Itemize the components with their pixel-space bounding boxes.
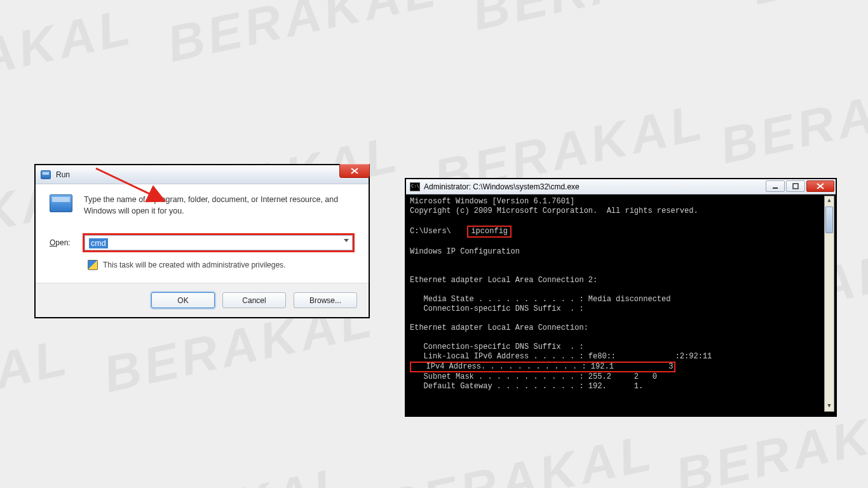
watermark-text: BERAKAL (73, 455, 355, 488)
watermark-text: BERAKAL (747, 0, 868, 17)
open-input-highlight: cmd (83, 233, 355, 252)
cmd-titlebar[interactable]: Administrator: C:\Windows\system32\cmd.e… (406, 179, 836, 194)
cmd-ipv4-highlight: IPv4 Address. . . . . . . . . . . : 192.… (410, 362, 675, 372)
cmd-line: Media State . . . . . . . . . . . : Medi… (410, 295, 670, 304)
scroll-thumb[interactable] (825, 207, 833, 233)
cmd-line: Connection-specific DNS Suffix . : (410, 304, 584, 313)
chevron-down-icon[interactable] (344, 239, 349, 242)
cmd-line: Ethernet adapter Local Area Connection: (410, 323, 588, 332)
watermark-text: BERAKAL (467, 0, 749, 42)
run-footer: OK Cancel Browse... (36, 283, 369, 317)
cmd-title: Administrator: C:\Windows\system32\cmd.e… (424, 182, 580, 191)
open-input[interactable] (85, 235, 353, 250)
scrollbar[interactable]: ▲ ▼ (824, 196, 834, 412)
scroll-track[interactable] (825, 207, 834, 401)
open-label: Open: (50, 238, 83, 247)
shield-text: This task will be created with administr… (103, 261, 285, 269)
close-button[interactable] (339, 164, 370, 178)
watermark-text: BERAKAL (0, 328, 75, 442)
cmd-prompt: C:\Users\ (410, 227, 451, 236)
uac-shield-icon (88, 260, 98, 270)
cmd-line: Connection-specific DNS Suffix . : (410, 342, 584, 351)
run-title: Run (56, 170, 70, 179)
cmd-line: Subnet Mask . . . . . . . . . . . : 255.… (410, 372, 657, 381)
cmd-line: Default Gateway . . . . . . . . . : 192.… (410, 382, 643, 391)
browse-button[interactable]: Browse... (294, 292, 357, 308)
run-program-icon (50, 194, 72, 212)
cmd-line: Windows IP Configuration (410, 247, 520, 256)
svg-rect-2 (793, 184, 798, 189)
cmd-ipconfig-highlight: ipconfig (467, 226, 512, 238)
maximize-button[interactable] (786, 180, 805, 192)
run-titlebar[interactable]: Run (36, 165, 369, 184)
watermark-text: BERAKAL (378, 423, 660, 488)
scroll-down-button[interactable]: ▼ (825, 401, 834, 411)
cmd-line: Microsoft Windows [Version 6.1.7601] (410, 197, 574, 206)
scroll-up-button[interactable]: ▲ (825, 196, 834, 207)
run-icon (41, 170, 51, 179)
cmd-window: Administrator: C:\Windows\system32\cmd.e… (405, 178, 837, 417)
run-dialog: Run Type the name of a program, folder, … (34, 164, 370, 318)
cmd-icon (410, 182, 420, 191)
close-button[interactable] (806, 180, 834, 192)
cmd-output[interactable]: Microsoft Windows [Version 6.1.7601] Cop… (406, 194, 836, 416)
cmd-line: Link-local IPv6 Address . . . . . : fe80… (410, 352, 712, 361)
watermark-text: BERAKAL (0, 0, 139, 112)
ok-button[interactable]: OK (151, 292, 215, 308)
open-input-selected-text: cmd (89, 238, 108, 248)
run-body: Type the name of a program, folder, docu… (36, 184, 369, 283)
minimize-button[interactable] (766, 180, 785, 192)
cmd-line: Copyright (c) 2009 Microsoft Corporation… (410, 207, 698, 215)
cancel-button[interactable]: Cancel (222, 292, 286, 308)
run-description: Type the name of a program, folder, docu… (84, 194, 355, 217)
cmd-line: Ethernet adapter Local Area Connection 2… (410, 276, 597, 285)
watermark-text: BERAKAL (162, 0, 444, 74)
window-controls (766, 180, 834, 192)
watermark-text: BERAKAL (715, 61, 868, 175)
